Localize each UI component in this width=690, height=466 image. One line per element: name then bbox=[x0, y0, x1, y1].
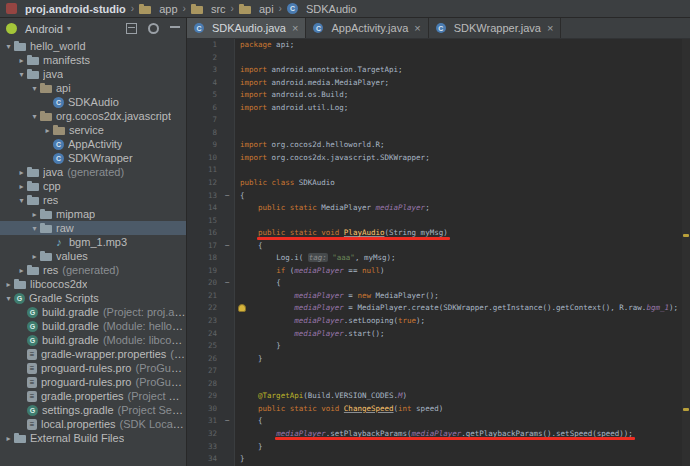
code-text[interactable]: Log.i( tag: "aaa", myMsg); bbox=[235, 252, 690, 265]
line-number[interactable]: 19 bbox=[187, 265, 221, 278]
code-line[interactable]: 11 bbox=[187, 164, 690, 177]
code-line[interactable]: 34} bbox=[187, 453, 690, 466]
code-text[interactable] bbox=[235, 114, 690, 127]
tree-item-settings-gradle[interactable]: Gsettings.gradle(Project Settings) bbox=[0, 403, 186, 417]
hide-panel-icon[interactable] bbox=[170, 26, 180, 28]
line-number[interactable]: 8 bbox=[187, 127, 221, 140]
tree-item-org-cocos2dx-javascript[interactable]: ▾org.cocos2dx.javascript bbox=[0, 109, 186, 123]
line-number[interactable]: 4 bbox=[187, 77, 221, 90]
tree-item-java[interactable]: ▸java(generated) bbox=[0, 165, 186, 179]
line-number[interactable]: 6 bbox=[187, 102, 221, 115]
code-line[interactable]: 13−{ bbox=[187, 190, 690, 203]
code-line[interactable]: 27 bbox=[187, 365, 690, 378]
breadcrumb-item[interactable]: CSDKAudio bbox=[287, 3, 357, 15]
line-number[interactable]: 26 bbox=[187, 353, 221, 366]
code-line[interactable]: 5import android.os.Build; bbox=[187, 89, 690, 102]
chevron-down-icon[interactable]: ▾ bbox=[29, 84, 40, 93]
tree-item-proguard-rules-pro[interactable]: ≡proguard-rules.pro(ProGuard Rules for .… bbox=[0, 375, 186, 389]
tree-item-bgm-1-mp3[interactable]: ♪bgm_1.mp3 bbox=[0, 235, 186, 249]
line-number[interactable]: 27 bbox=[187, 365, 221, 378]
tree-item-build-gradle[interactable]: Gbuild.gradle(Module: libcocos2dx) bbox=[0, 333, 186, 347]
chevron-down-icon[interactable]: ▾ bbox=[16, 196, 27, 205]
chevron-right-icon[interactable]: ▸ bbox=[3, 280, 14, 289]
breadcrumb-item[interactable]: api bbox=[239, 3, 274, 15]
line-number[interactable]: 2 bbox=[187, 52, 221, 65]
code-text[interactable]: { bbox=[235, 277, 690, 290]
code-text[interactable]: } bbox=[235, 453, 690, 466]
code-line[interactable]: 7 bbox=[187, 114, 690, 127]
breadcrumb-item[interactable]: app bbox=[139, 3, 177, 15]
close-tab-icon[interactable]: × bbox=[414, 23, 420, 34]
gear-icon[interactable] bbox=[148, 23, 159, 34]
code-line[interactable]: 14 public static MediaPlayer mediaPlayer… bbox=[187, 202, 690, 215]
tab-SDKWrapper.java[interactable]: CSDKWrapper.java× bbox=[429, 18, 562, 38]
code-line[interactable]: 18 Log.i( tag: "aaa", myMsg); bbox=[187, 252, 690, 265]
line-number[interactable]: 23 bbox=[187, 315, 221, 328]
tree-item-build-gradle[interactable]: Gbuild.gradle(Project: proj.android-stud… bbox=[0, 305, 186, 319]
chevron-right-icon[interactable]: ▸ bbox=[29, 210, 40, 219]
warning-tick-icon[interactable] bbox=[683, 408, 689, 411]
line-number[interactable]: 21 bbox=[187, 290, 221, 303]
code-line[interactable]: 15 bbox=[187, 215, 690, 228]
code-line[interactable]: 17− { bbox=[187, 240, 690, 253]
line-number[interactable]: 1 bbox=[187, 39, 221, 52]
line-number[interactable]: 9 bbox=[187, 139, 221, 152]
code-line[interactable]: 8 bbox=[187, 127, 690, 140]
tab-AppActivity.java[interactable]: CAppActivity.java× bbox=[306, 18, 428, 38]
line-number[interactable]: 24 bbox=[187, 328, 221, 341]
chevron-down-icon[interactable]: ▾ bbox=[3, 42, 14, 51]
chevron-right-icon[interactable]: ▸ bbox=[16, 168, 27, 177]
code-line[interactable]: 24 mediaPlayer.start(); bbox=[187, 328, 690, 341]
tree-item-libcocos2dx[interactable]: ▸libcocos2dx bbox=[0, 277, 186, 291]
tree-item-gradle-properties[interactable]: ≡gradle.properties(Project Properties) bbox=[0, 389, 186, 403]
code-text[interactable]: public static MediaPlayer mediaPlayer; bbox=[235, 202, 690, 215]
code-line[interactable]: 19 if (mediaPlayer == null) bbox=[187, 265, 690, 278]
breadcrumb-item[interactable]: proj.android-studio bbox=[6, 3, 126, 15]
tree-item-java[interactable]: ▾java bbox=[0, 67, 186, 81]
chevron-right-icon[interactable]: ▸ bbox=[16, 182, 27, 191]
tree-item-external-build-files[interactable]: ▸External Build Files bbox=[0, 431, 186, 445]
line-number[interactable]: 11 bbox=[187, 164, 221, 177]
chevron-down-icon[interactable]: ▾ bbox=[3, 294, 14, 303]
line-number[interactable]: 14 bbox=[187, 202, 221, 215]
collapse-all-icon[interactable] bbox=[126, 23, 137, 34]
line-number[interactable]: 32 bbox=[187, 428, 221, 441]
close-tab-icon[interactable]: × bbox=[292, 23, 298, 34]
code-line[interactable]: 9import org.cocos2d.helloworld.R; bbox=[187, 139, 690, 152]
tree-item-sdkaudio[interactable]: CSDKAudio bbox=[0, 95, 186, 109]
code-text[interactable]: } bbox=[235, 340, 690, 353]
intention-bulb-icon[interactable] bbox=[238, 304, 246, 312]
code-text[interactable] bbox=[235, 164, 690, 177]
line-number[interactable]: 3 bbox=[187, 64, 221, 77]
tree-item-values[interactable]: ▸values bbox=[0, 249, 186, 263]
code-text[interactable]: import android.annotation.TargetApi; bbox=[235, 64, 690, 77]
line-number[interactable]: 16 bbox=[187, 227, 221, 240]
code-line[interactable]: 28 bbox=[187, 378, 690, 391]
close-tab-icon[interactable]: × bbox=[547, 23, 553, 34]
chevron-down-icon[interactable]: ▾ bbox=[67, 24, 71, 33]
line-number[interactable]: 28 bbox=[187, 378, 221, 391]
chevron-down-icon[interactable]: ▾ bbox=[16, 70, 27, 79]
tab-SDKAudio.java[interactable]: CSDKAudio.java× bbox=[187, 18, 306, 38]
code-line[interactable]: 16 public static void PlayAudio(String m… bbox=[187, 227, 690, 240]
code-text[interactable]: mediaPlayer.setPlaybackParams(mediaPlaye… bbox=[235, 428, 690, 441]
code-text[interactable]: { bbox=[235, 190, 690, 203]
tree-item-manifests[interactable]: ▸manifests bbox=[0, 53, 186, 67]
line-number[interactable]: 12 bbox=[187, 177, 221, 190]
line-number[interactable]: 29 bbox=[187, 390, 221, 403]
code-text[interactable]: if (mediaPlayer == null) bbox=[235, 265, 690, 278]
code-text[interactable]: @TargetApi(Build.VERSION_CODES.M) bbox=[235, 390, 690, 403]
code-line[interactable]: 23 mediaPlayer.setLooping(true); bbox=[187, 315, 690, 328]
code-line[interactable]: 29 @TargetApi(Build.VERSION_CODES.M) bbox=[187, 390, 690, 403]
chevron-right-icon[interactable]: ▸ bbox=[3, 434, 14, 443]
line-number[interactable]: 15 bbox=[187, 215, 221, 228]
tree-item-res[interactable]: ▸res(generated) bbox=[0, 263, 186, 277]
code-line[interactable]: 30 public static void ChangeSpeed(int sp… bbox=[187, 403, 690, 416]
fold-marker-icon[interactable]: − bbox=[221, 415, 235, 428]
code-text[interactable] bbox=[235, 365, 690, 378]
code-text[interactable]: import android.media.MediaPlayer; bbox=[235, 77, 690, 90]
code-text[interactable]: } bbox=[235, 353, 690, 366]
tree-item-gradle-scripts[interactable]: ▾GGradle Scripts bbox=[0, 291, 186, 305]
code-line[interactable]: 32 mediaPlayer.setPlaybackParams(mediaPl… bbox=[187, 428, 690, 441]
code-line[interactable]: 21 mediaPlayer = new MediaPlayer(); bbox=[187, 290, 690, 303]
